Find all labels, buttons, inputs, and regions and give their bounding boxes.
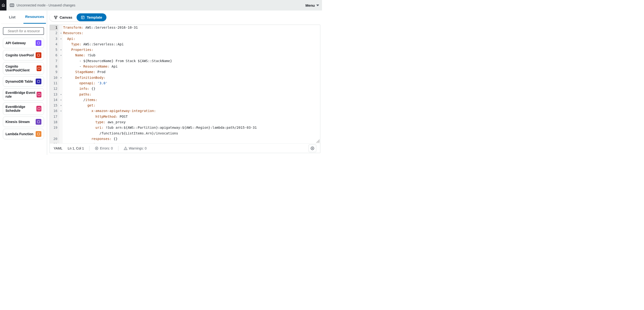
search-input[interactable]: [8, 29, 50, 33]
resource-icon: [36, 106, 42, 112]
resource-label: Kinesis Stream: [6, 120, 30, 124]
svg-rect-6: [38, 93, 40, 96]
resource-label: API Gateway: [6, 41, 26, 45]
content-area: Canvas Template 123456789101112131415161…: [47, 10, 322, 155]
resource-item[interactable]: EventBridge Event rule: [3, 88, 44, 101]
resource-label: DynamoDB Table: [6, 80, 33, 83]
sidebar-tabs: List Resources: [1, 10, 46, 24]
resource-label: EventBridge Schedule: [6, 105, 36, 113]
resource-label: Cognito UserPool: [6, 53, 34, 57]
resource-icon: [36, 40, 42, 46]
resource-item[interactable]: Cognito UserPool: [3, 50, 44, 60]
tab-list[interactable]: List: [1, 10, 24, 24]
gear-icon: [310, 147, 314, 150]
error-icon: [95, 147, 98, 150]
svg-rect-15: [81, 16, 84, 19]
fold-column[interactable]: ▾▾▾▾▾▾▾▾▾▾▾: [59, 25, 63, 143]
resource-item[interactable]: Kinesis Stream: [3, 117, 44, 127]
status-language[interactable]: YAML: [54, 147, 62, 150]
svg-rect-4: [38, 67, 40, 69]
resource-icon: [36, 65, 42, 71]
mode-indicator: Unconnected mode - Unsaved changes: [10, 3, 75, 7]
chevron-down-icon: [316, 4, 319, 6]
status-bar: YAML Ln 1, Col 1 Errors: 0 Warnings: 0: [50, 143, 320, 153]
resize-handle-icon[interactable]: [316, 140, 320, 143]
canvas-icon: [54, 15, 58, 19]
svg-rect-9: [37, 133, 40, 135]
editor-shell: 1234567891011121314151617181920212223 ▾▾…: [50, 25, 320, 153]
resource-icon: [36, 119, 42, 125]
status-warnings[interactable]: Warnings: 0: [124, 147, 147, 150]
svg-rect-10: [54, 16, 55, 17]
template-tab[interactable]: Template: [76, 13, 106, 21]
canvas-mode-icon: [10, 3, 14, 7]
svg-point-21: [312, 148, 313, 149]
svg-rect-3: [37, 54, 40, 56]
svg-rect-8: [37, 121, 40, 123]
resource-icon: [36, 52, 42, 58]
resource-item[interactable]: Lambda Function: [3, 129, 44, 139]
resource-label: Cognito UserPoolClient: [6, 64, 36, 72]
resource-item[interactable]: EventBridge Schedule: [3, 102, 44, 115]
svg-rect-5: [37, 80, 40, 82]
svg-rect-7: [38, 108, 40, 110]
svg-rect-12: [55, 18, 56, 19]
svg-point-20: [125, 149, 126, 149]
canvas-label: Canvas: [60, 15, 72, 19]
sidebar: List Resources API GatewayCognito UserPo…: [0, 10, 47, 155]
resource-label: EventBridge Event rule: [6, 91, 36, 98]
home-button[interactable]: [0, 0, 6, 10]
mode-text: Unconnected mode - Unsaved changes: [16, 3, 75, 7]
resource-item[interactable]: Cognito UserPoolClient: [3, 62, 44, 75]
resource-list: API GatewayCognito UserPoolCognito UserP…: [0, 37, 47, 144]
canvas-tab[interactable]: Canvas: [50, 13, 76, 21]
menu-label: Menu: [306, 3, 315, 7]
template-label: Template: [86, 15, 102, 19]
resource-item[interactable]: DynamoDB Table: [3, 76, 44, 87]
line-gutter: 1234567891011121314151617181920212223: [50, 25, 59, 143]
warning-icon: [124, 147, 128, 150]
resource-icon: [36, 131, 42, 137]
svg-rect-2: [37, 42, 40, 44]
tab-resources[interactable]: Resources: [24, 10, 46, 24]
svg-rect-11: [56, 16, 57, 17]
home-icon: [2, 3, 5, 7]
template-icon: [81, 15, 85, 19]
resource-icon: [36, 92, 42, 97]
code-area[interactable]: Transform: AWS::Serverless-2016-10-31Res…: [63, 25, 320, 143]
resource-label: Lambda Function: [6, 132, 34, 136]
status-cursor-position: Ln 1, Col 1: [68, 147, 84, 150]
settings-button[interactable]: [308, 145, 316, 152]
status-errors[interactable]: Errors: 0: [95, 147, 113, 150]
code-editor[interactable]: 1234567891011121314151617181920212223 ▾▾…: [50, 25, 320, 143]
search-box[interactable]: [3, 27, 44, 35]
view-toggle: Canvas Template: [50, 13, 106, 21]
resource-item[interactable]: API Gateway: [3, 38, 44, 48]
resource-icon: [36, 79, 42, 84]
menu-button[interactable]: Menu: [306, 0, 319, 10]
topbar: Unconnected mode - Unsaved changes Menu: [0, 0, 322, 10]
